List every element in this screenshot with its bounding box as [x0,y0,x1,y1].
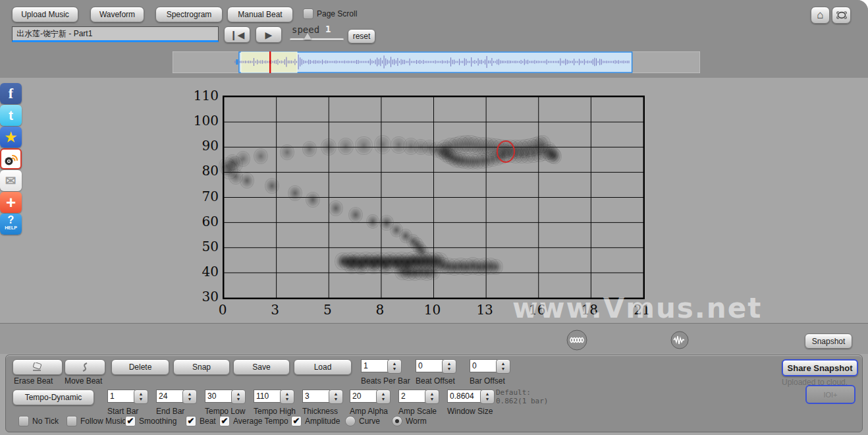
spinner-input-tempo-high[interactable] [254,390,281,403]
fullscreen-button[interactable] [832,7,851,24]
spin-down-icon[interactable]: ▼ [334,397,339,402]
spin-down-icon[interactable]: ▼ [236,397,241,402]
spin-down-icon[interactable]: ▼ [139,397,144,402]
checkbox-label: Amplitude [305,417,340,426]
speed-reset-button[interactable]: reset [348,29,375,44]
volume-min-icon[interactable] [566,330,587,351]
checkbox-label: Average Tempo [233,417,288,426]
spin-down-icon[interactable]: ▼ [188,397,192,402]
spin-down-icon[interactable]: ▼ [393,366,397,372]
radio-label: Worm [406,417,427,426]
spin-up-icon[interactable]: ▲ [139,392,144,397]
erase-beat-button[interactable] [13,359,63,375]
tab-upload-music[interactable]: Upload Music [12,7,78,22]
snap-button[interactable]: Snap [173,359,230,375]
question-icon: ? [8,216,14,224]
page-scroll-checkbox[interactable] [303,9,313,19]
checkbox-follow-music[interactable] [67,416,77,426]
spinner-input-thickness[interactable] [302,390,330,403]
weibo-share-button[interactable] [0,148,22,169]
checkbox-amplitude[interactable]: ✔ [291,416,302,426]
spin-up-icon[interactable]: ▲ [430,392,435,397]
spin-down-icon[interactable]: ▼ [430,397,435,402]
spinner-buttons[interactable]: ▲▼ [231,390,246,404]
spin-down-icon[interactable]: ▼ [447,366,452,372]
spin-up-icon[interactable]: ▲ [334,392,339,397]
tempo-worm-chart[interactable]: www.Vmus.net [223,96,645,299]
spin-up-icon[interactable]: ▲ [501,361,506,366]
fullscreen-icon [836,11,847,20]
move-beat-button[interactable] [65,359,105,375]
volume-max-icon[interactable] [670,331,689,349]
checkbox-no-tick[interactable] [18,416,29,426]
spin-down-icon[interactable]: ▼ [381,397,386,402]
spin-up-icon[interactable]: ▲ [381,392,386,397]
spin-down-icon[interactable]: ▼ [501,366,506,372]
spin-up-icon[interactable]: ▲ [285,392,290,397]
load-button[interactable]: Load [294,359,352,375]
spinner-buttons[interactable]: ▲▼ [329,390,343,404]
tempo-dynamic-button[interactable]: Tempo-Dynamic [13,390,94,405]
spin-up-icon[interactable]: ▲ [393,361,397,366]
spin-down-icon[interactable]: ▼ [485,397,490,402]
selected-beat-marker[interactable] [497,140,515,163]
watermark: www.Vmus.net [512,292,762,324]
help-button[interactable]: ? HELP [0,214,22,235]
spin-up-icon[interactable]: ▲ [447,361,452,366]
spinner-buttons[interactable]: ▲▼ [376,390,391,404]
spinner-buttons[interactable]: ▲▼ [182,390,197,404]
radio-curve[interactable] [345,416,356,426]
radio-worm[interactable] [392,416,402,426]
checkbox-average-tempo[interactable]: ✔ [219,416,230,426]
delete-button[interactable]: Delete [111,359,169,375]
twitter-share-button[interactable]: t [0,105,22,126]
spinner-input-beat-offset[interactable] [416,359,443,372]
facebook-share-button[interactable]: f [0,83,22,104]
spinner-input-end-bar[interactable] [156,390,184,403]
spin-up-icon[interactable]: ▲ [236,392,241,397]
spinner-buttons[interactable]: ▲▼ [496,359,510,374]
snapshot-button[interactable]: Snapshot [805,334,852,349]
spinner-input-amp-alpha[interactable] [350,390,377,403]
checkbox-smoothing[interactable]: ✔ [125,416,136,426]
spinner-input-window-size[interactable] [447,390,481,403]
x-tick-label: 0 [208,302,237,318]
checkbox-beat[interactable]: ✔ [186,416,196,426]
spinner-buttons[interactable]: ▲▼ [425,390,439,404]
spinner-input-amp-scale[interactable] [398,390,426,403]
spin-up-icon[interactable]: ▲ [188,392,192,397]
spin-up-icon[interactable]: ▲ [485,392,490,397]
spinner-input-start-bar[interactable] [107,390,135,403]
share-snapshot-label: Share Snapshot [788,363,853,373]
qzone-share-button[interactable]: ★ [0,127,22,148]
spinner-buttons[interactable]: ▲▼ [480,390,495,404]
default-note-line1: Default: [496,388,548,397]
spinner-input-beats-per-bar[interactable] [361,359,389,372]
home-button[interactable]: ⌂ [811,7,830,24]
more-share-button[interactable]: + [0,192,22,213]
play-button[interactable]: ▶ [256,26,282,43]
tab-waveform[interactable]: Waveform [90,7,144,22]
waveform-overview[interactable] [173,51,700,73]
spinner-input-tempo-low[interactable] [205,390,232,403]
spinner-buttons[interactable]: ▲▼ [280,390,294,404]
spinner-buttons[interactable]: ▲▼ [387,359,402,374]
email-share-button[interactable]: ✉ [0,170,22,191]
track-title-input[interactable] [12,26,219,42]
save-button[interactable]: Save [233,359,290,375]
spin-down-icon[interactable]: ▼ [285,397,290,402]
spinner-input-bar-offset[interactable] [470,359,497,372]
spinner-buttons[interactable]: ▲▼ [134,390,148,404]
speed-slider-thumb[interactable] [304,33,312,40]
spinner-label: Bar Offset [470,376,505,386]
y-tick-label: 40 [184,264,219,279]
x-tick-label: 10 [418,302,447,318]
tab-manual-beat[interactable]: Manual Beat [227,7,293,22]
x-tick-label: 3 [261,302,290,318]
share-snapshot-button[interactable]: Share Snapshot [782,359,858,376]
tab-spectrogram[interactable]: Spectrogram [155,7,223,22]
spinner-buttons[interactable]: ▲▼ [442,359,456,374]
ioi-button[interactable]: IOI+ [805,385,855,404]
skip-start-button[interactable]: ❙◀ [224,26,250,43]
speed-slider-track[interactable] [290,38,344,41]
